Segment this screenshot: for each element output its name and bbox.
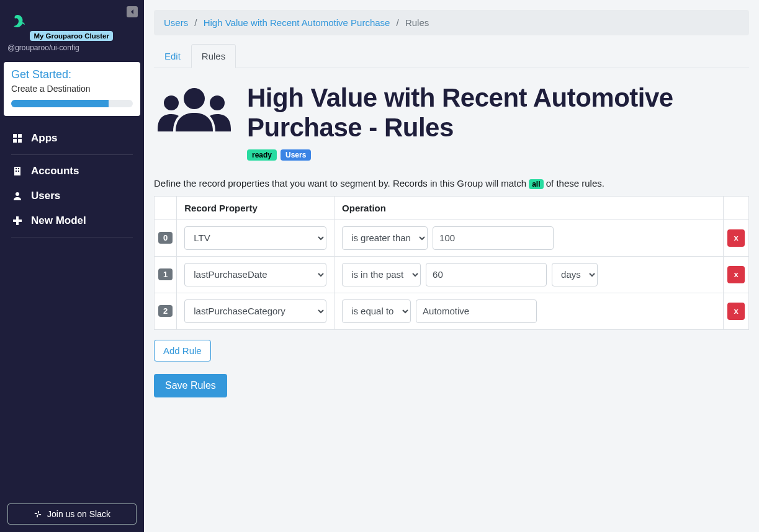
svg-rect-4: [14, 167, 20, 175]
sidebar-header: My Grouparoo Cluster @grouparoo/ui-confi…: [0, 0, 144, 55]
value-input[interactable]: [426, 263, 547, 286]
logo-icon: [7, 12, 27, 32]
property-select[interactable]: LTV: [184, 226, 326, 250]
progress-bar: [11, 100, 133, 107]
col-index: [155, 196, 177, 219]
svg-rect-13: [38, 514, 41, 515]
property-select[interactable]: lastPurchaseCategory: [184, 299, 326, 323]
sidebar-item-label: Accounts: [31, 165, 79, 177]
svg-rect-1: [18, 134, 22, 138]
svg-rect-15: [38, 511, 39, 513]
svg-rect-3: [18, 139, 22, 143]
sidebar-item-label: New Model: [31, 215, 86, 227]
collapse-sidebar-button[interactable]: [127, 6, 138, 17]
svg-point-16: [184, 88, 205, 109]
operation-select[interactable]: is equal to: [342, 299, 411, 323]
col-operation: Operation: [335, 196, 724, 219]
table-row: 1 lastPurchaseDate is in the past days x: [155, 256, 749, 293]
cluster-name-badge[interactable]: My Grouparoo Cluster: [30, 31, 112, 41]
svg-rect-11: [13, 219, 22, 222]
svg-rect-12: [35, 513, 37, 514]
table-row: 2 lastPurchaseCategory is equal to x: [155, 293, 749, 329]
description-prefix: Define the record properties that you wa…: [154, 178, 529, 188]
sidebar-item-label: Apps: [31, 132, 58, 144]
row-index-badge: 0: [158, 232, 173, 244]
svg-point-18: [210, 95, 225, 110]
delete-rule-button[interactable]: x: [727, 303, 745, 320]
property-select[interactable]: lastPurchaseDate: [184, 263, 326, 286]
breadcrumb: Users / High Value with Recent Automotiv…: [154, 10, 749, 35]
col-property: Record Property: [177, 196, 335, 219]
svg-rect-5: [16, 168, 17, 169]
delete-rule-button[interactable]: x: [727, 229, 745, 247]
nav-divider: [11, 237, 133, 237]
tab-edit[interactable]: Edit: [154, 44, 191, 68]
table-row: 0 LTV is greater than x: [155, 219, 749, 256]
breadcrumb-link-group[interactable]: High Value with Recent Automotive Purcha…: [204, 17, 390, 28]
row-index-badge: 1: [158, 268, 173, 280]
value-input[interactable]: [433, 226, 554, 250]
rules-description: Define the record properties that you wa…: [154, 178, 749, 188]
svg-rect-14: [37, 515, 38, 517]
svg-rect-6: [18, 168, 19, 169]
unit-select[interactable]: days: [552, 263, 598, 286]
progress-fill: [11, 100, 109, 107]
svg-point-17: [164, 95, 179, 110]
group-icon: [154, 83, 235, 139]
sidebar-item-users[interactable]: Users: [0, 184, 144, 208]
col-actions: [724, 196, 749, 219]
get-started-card[interactable]: Get Started: Create a Destination: [4, 62, 140, 116]
sidebar-nav: Apps Accounts Users New Model: [0, 122, 144, 245]
page-header: High Value with Recent Automotive Purcha…: [154, 83, 749, 161]
sidebar-item-new-model[interactable]: New Model: [0, 208, 144, 233]
nav-divider: [11, 154, 133, 155]
breadcrumb-current: Rules: [405, 17, 429, 28]
tab-rules[interactable]: Rules: [191, 44, 236, 68]
slack-button[interactable]: Join us on Slack: [7, 503, 137, 525]
save-rules-button[interactable]: Save Rules: [154, 374, 227, 397]
sidebar-item-accounts[interactable]: Accounts: [0, 159, 144, 184]
value-input[interactable]: [416, 299, 537, 323]
page-header-text: High Value with Recent Automotive Purcha…: [247, 83, 749, 161]
status-badges: ready Users: [247, 149, 749, 161]
sidebar-item-label: Users: [31, 190, 60, 202]
sidebar-item-apps[interactable]: Apps: [0, 126, 144, 151]
sidebar: My Grouparoo Cluster @grouparoo/ui-confi…: [0, 0, 144, 532]
rules-table: Record Property Operation 0 LTV is great…: [154, 196, 749, 330]
svg-rect-8: [18, 171, 19, 172]
status-badge: ready: [247, 149, 277, 161]
breadcrumb-link-users[interactable]: Users: [164, 17, 188, 28]
slack-button-label: Join us on Slack: [47, 509, 110, 519]
svg-rect-2: [13, 139, 17, 143]
user-icon: [12, 191, 22, 201]
sidebar-footer: Join us on Slack: [0, 496, 144, 532]
plus-icon: [12, 216, 22, 226]
page-title: High Value with Recent Automotive Purcha…: [247, 83, 749, 143]
main-content: Users / High Value with Recent Automotiv…: [144, 0, 759, 532]
slack-icon: [34, 510, 42, 518]
svg-point-9: [16, 192, 19, 196]
description-suffix: of these rules.: [544, 178, 604, 188]
grid-icon: [12, 133, 22, 143]
add-rule-button[interactable]: Add Rule: [154, 340, 211, 361]
tabs: Edit Rules: [154, 44, 749, 68]
breadcrumb-separator: /: [397, 17, 399, 28]
delete-rule-button[interactable]: x: [727, 266, 745, 283]
operation-select[interactable]: is greater than: [342, 226, 428, 250]
match-type-badge: all: [529, 179, 543, 189]
cluster-package-label: @grouparoo/ui-config: [7, 43, 137, 52]
building-icon: [12, 166, 22, 176]
caret-left-icon: [130, 9, 135, 14]
row-index-badge: 2: [158, 305, 173, 317]
breadcrumb-separator: /: [194, 17, 197, 28]
get-started-title: Get Started:: [11, 68, 133, 81]
operation-select[interactable]: is in the past: [342, 263, 421, 286]
model-badge[interactable]: Users: [281, 149, 311, 161]
svg-rect-7: [16, 171, 17, 172]
svg-rect-0: [13, 134, 17, 138]
get-started-subtitle: Create a Destination: [11, 84, 133, 94]
